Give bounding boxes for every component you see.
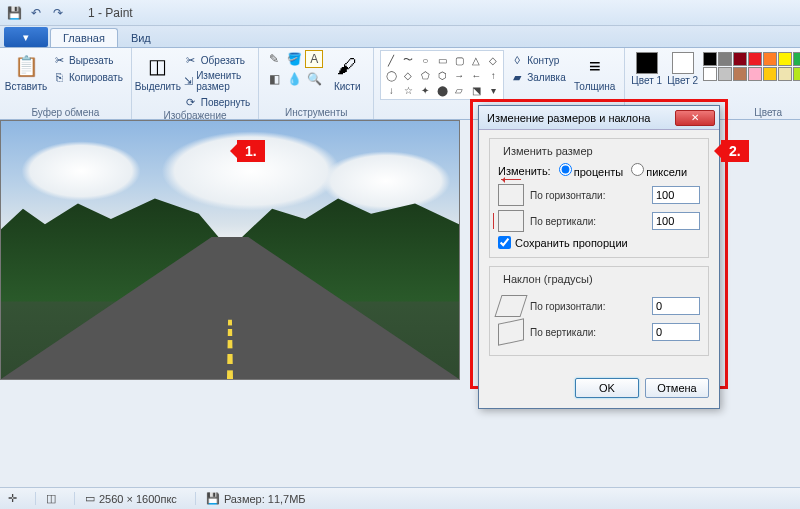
group-tools: ✎ 🪣 A ◧ 💧 🔍 🖌 Кисти Инструменты xyxy=(259,48,374,119)
color-swatch[interactable] xyxy=(733,52,747,66)
tab-view[interactable]: Вид xyxy=(118,28,164,47)
change-label: Изменить: xyxy=(498,165,551,177)
dimensions-icon: ▭ xyxy=(85,492,95,505)
horizontal-input[interactable] xyxy=(652,186,700,204)
pixels-radio[interactable]: пиксели xyxy=(631,163,687,178)
color-swatch[interactable] xyxy=(748,67,762,81)
color-swatch[interactable] xyxy=(763,67,777,81)
group-label: Буфер обмена xyxy=(6,107,125,119)
vertical-input[interactable] xyxy=(652,212,700,230)
picker-icon[interactable]: 💧 xyxy=(285,70,303,88)
cancel-button[interactable]: Отмена xyxy=(645,378,709,398)
color-swatch[interactable] xyxy=(778,52,792,66)
color-swatch[interactable] xyxy=(793,52,800,66)
group-image: ◫ Выделить ✂Обрезать ⇲Изменить размер ⟳П… xyxy=(132,48,259,119)
skew-h-label: По горизонтали: xyxy=(530,301,646,312)
color-swatch[interactable] xyxy=(703,52,717,66)
color-swatch[interactable] xyxy=(733,67,747,81)
outline-icon: ◊ xyxy=(510,53,524,67)
horizontal-label: По горизонтали: xyxy=(530,190,646,201)
file-menu-button[interactable]: ▾ xyxy=(4,27,48,47)
resize-button[interactable]: ⇲Изменить размер xyxy=(182,69,252,93)
pencil-icon[interactable]: ✎ xyxy=(265,50,283,68)
redo-icon[interactable]: ↷ xyxy=(48,3,68,23)
skew-v-icon xyxy=(498,318,524,346)
ok-button[interactable]: OK xyxy=(575,378,639,398)
quick-access-toolbar: 💾 ↶ ↷ xyxy=(4,3,68,23)
copy-icon: ⎘ xyxy=(52,70,66,84)
brush-icon: 🖌 xyxy=(333,52,361,80)
color-swatch[interactable] xyxy=(778,67,792,81)
crop-icon: ✂ xyxy=(184,53,198,67)
close-icon: ✕ xyxy=(691,112,699,123)
horizontal-icon xyxy=(498,184,524,206)
group-clipboard: 📋 Вставить ✂Вырезать ⎘Копировать Буфер о… xyxy=(0,48,132,119)
ribbon-tabs: Главная Вид xyxy=(0,26,800,48)
cut-button[interactable]: ✂Вырезать xyxy=(50,52,125,68)
eraser-icon[interactable]: ◧ xyxy=(265,70,283,88)
resize-dialog: Изменение размеров и наклона ✕ Изменить … xyxy=(478,105,720,409)
skew-fieldset: Наклон (градусы) По горизонтали: По верт… xyxy=(489,266,709,356)
close-button[interactable]: ✕ xyxy=(675,110,715,126)
color1-button[interactable]: Цвет 1 xyxy=(631,50,663,86)
callout-2: 2. xyxy=(721,140,749,162)
paste-button[interactable]: 📋 Вставить xyxy=(6,50,46,92)
clipboard-icon: 📋 xyxy=(12,52,40,80)
copy-button[interactable]: ⎘Копировать xyxy=(50,69,125,85)
scissors-icon: ✂ xyxy=(52,53,66,67)
selection-icon: ◫ xyxy=(46,492,56,505)
group-label: Инструменты xyxy=(265,107,367,119)
thickness-icon: ≡ xyxy=(581,52,609,80)
resize-legend: Изменить размер xyxy=(500,145,596,157)
resize-fieldset: Изменить размер Изменить: проценты пиксе… xyxy=(489,138,709,258)
undo-icon[interactable]: ↶ xyxy=(26,3,46,23)
fill-button[interactable]: ▰Заливка xyxy=(508,69,568,85)
file-size: 💾Размер: 11,7МБ xyxy=(195,492,306,505)
disk-icon: 💾 xyxy=(206,492,220,505)
fill-icon: ▰ xyxy=(510,70,524,84)
color1-swatch xyxy=(636,52,658,74)
skew-h-icon xyxy=(494,295,527,317)
color-swatch[interactable] xyxy=(718,67,732,81)
color-swatch[interactable] xyxy=(763,52,777,66)
crop-button[interactable]: ✂Обрезать xyxy=(182,52,252,68)
title-bar: 💾 ↶ ↷ 1 - Paint xyxy=(0,0,800,26)
color-swatch[interactable] xyxy=(718,52,732,66)
dialog-title: Изменение размеров и наклона xyxy=(487,112,650,124)
tools-grid: ✎ 🪣 A ◧ 💧 🔍 xyxy=(265,50,323,88)
vertical-label: По вертикали: xyxy=(530,216,646,227)
keep-ratio-checkbox[interactable] xyxy=(498,236,511,249)
color-swatch[interactable] xyxy=(748,52,762,66)
brushes-button[interactable]: 🖌 Кисти xyxy=(327,50,367,92)
status-bar: ✛ ◫ ▭2560 × 1600пкс 💾Размер: 11,7МБ xyxy=(0,487,800,509)
color2-swatch xyxy=(672,52,694,74)
dialog-titlebar[interactable]: Изменение размеров и наклона ✕ xyxy=(479,106,719,130)
rotate-button[interactable]: ⟳Повернуть xyxy=(182,94,252,110)
zoom-icon[interactable]: 🔍 xyxy=(305,70,323,88)
color2-button[interactable]: Цвет 2 xyxy=(667,50,699,86)
text-icon[interactable]: A xyxy=(305,50,323,68)
keep-ratio-label: Сохранить пропорции xyxy=(515,237,628,249)
select-button[interactable]: ◫ Выделить xyxy=(138,50,178,92)
outline-button[interactable]: ◊Контур xyxy=(508,52,568,68)
skew-legend: Наклон (градусы) xyxy=(500,273,596,285)
color-palette[interactable] xyxy=(703,50,800,81)
window-title: 1 - Paint xyxy=(88,6,133,20)
skew-h-input[interactable] xyxy=(652,297,700,315)
color-swatch[interactable] xyxy=(793,67,800,81)
save-icon[interactable]: 💾 xyxy=(4,3,24,23)
select-icon: ◫ xyxy=(144,52,172,80)
callout-1: 1. xyxy=(237,140,265,162)
thickness-button[interactable]: ≡ Толщина xyxy=(572,50,618,92)
cursor-position: ✛ xyxy=(8,492,17,505)
bucket-icon[interactable]: 🪣 xyxy=(285,50,303,68)
color-swatch[interactable] xyxy=(703,67,717,81)
skew-v-label: По вертикали: xyxy=(530,327,646,338)
shapes-gallery[interactable]: ╱〜○▭▢△◇ ◯◇⬠⬡→←↑ ↓☆✦⬤▱⬔▾ xyxy=(380,50,504,100)
image-dimensions: ▭2560 × 1600пкс xyxy=(74,492,177,505)
skew-v-input[interactable] xyxy=(652,323,700,341)
percent-radio[interactable]: проценты xyxy=(559,163,624,178)
tab-main[interactable]: Главная xyxy=(50,28,118,47)
rotate-icon: ⟳ xyxy=(184,95,198,109)
crosshair-icon: ✛ xyxy=(8,492,17,505)
